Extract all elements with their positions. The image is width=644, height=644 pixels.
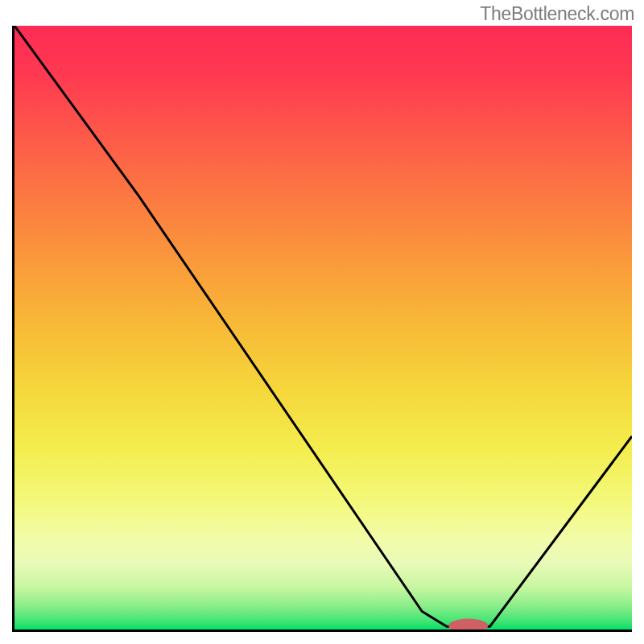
bottleneck-curve bbox=[14, 26, 632, 626]
optimal-marker bbox=[448, 619, 488, 632]
curve-layer bbox=[14, 26, 632, 630]
chart-container: TheBottleneck.com bbox=[0, 0, 644, 644]
watermark-text: TheBottleneck.com bbox=[480, 3, 634, 25]
plot-frame bbox=[12, 26, 632, 632]
